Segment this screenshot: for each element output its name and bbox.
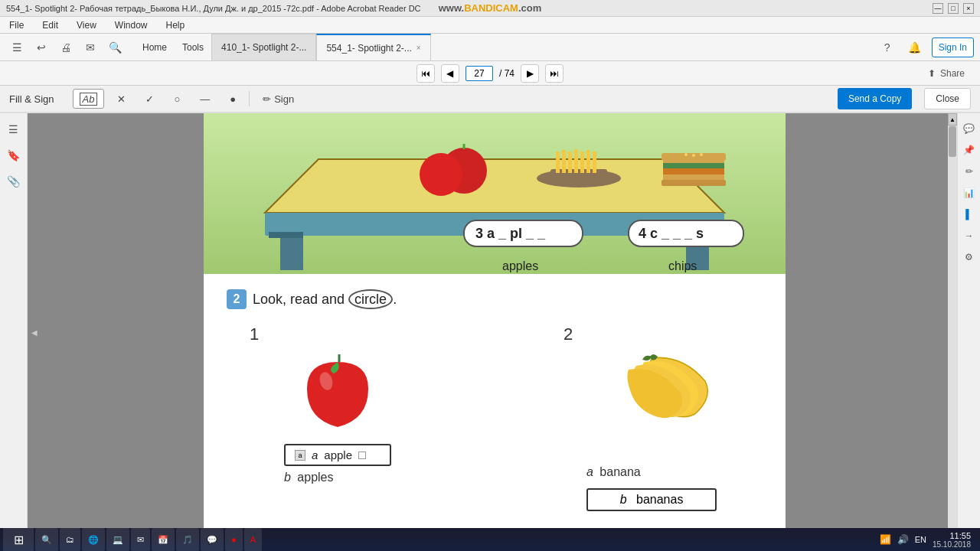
section-header: 2 Look, read and circle. — [227, 289, 763, 309]
r-icon-highlight[interactable]: ▌ — [960, 205, 978, 223]
taskbar-calendar[interactable]: 📅 — [152, 528, 175, 551]
prev-page-button[interactable]: ◀ — [441, 64, 459, 83]
taskbar-browser[interactable]: 🌐 — [82, 528, 105, 551]
taskbar-right: 📶 🔊 EN 11:55 15.10.2018 — [880, 531, 977, 549]
svg-rect-21 — [663, 168, 724, 174]
sidebar-attachments-icon[interactable]: 📎 — [4, 171, 24, 191]
nav-tools[interactable]: Tools — [175, 42, 211, 53]
taskbar-acrobat[interactable]: A — [244, 528, 262, 551]
checkbox-b-icon — [358, 452, 366, 459]
svg-rect-18 — [593, 152, 596, 173]
content-with-scrollbar: ◀ — [28, 113, 957, 551]
search-icon[interactable]: 🔍 — [104, 37, 126, 58]
exercise-items: 1 — [227, 324, 763, 511]
item-1-option-b[interactable]: b apples — [284, 471, 334, 484]
sign-in-button[interactable]: Sign In — [932, 37, 974, 57]
tab-spotlight-554[interactable]: 554_1- Spotlight 2-... × — [316, 34, 430, 60]
notification-icon[interactable]: 🔔 — [904, 37, 926, 58]
email-icon[interactable]: ✉ — [80, 37, 101, 58]
app-title: 554_1- Spotlight 2- Рабочая тетрадь_Быко… — [6, 4, 421, 13]
item-2-number: 2 — [564, 324, 573, 344]
r-icon-arrow[interactable]: → — [960, 227, 978, 245]
minimize-button[interactable]: — — [933, 3, 943, 14]
circle-word: circle — [348, 289, 393, 309]
menu-file[interactable]: File — [6, 18, 27, 32]
send-copy-button[interactable]: Send a Copy — [838, 88, 912, 109]
r-icon-comment[interactable]: 💬 — [960, 119, 978, 138]
menu-window[interactable]: Window — [112, 18, 151, 32]
start-button[interactable]: ⊞ — [3, 528, 34, 551]
sidebar-pages-icon[interactable]: ☰ — [4, 119, 24, 139]
scroll-up-button[interactable]: ▲ — [948, 113, 957, 126]
taskbar-pc[interactable]: 💻 — [106, 528, 129, 551]
taskbar-time-display: 11:55 — [949, 531, 971, 540]
r-icon-chart[interactable]: 📊 — [960, 184, 978, 202]
fill-sign-label: Fill & Sign — [9, 93, 54, 105]
r-icon-edit[interactable]: ✏ — [960, 162, 978, 181]
pdf-page: 3 a _ pl _ _ 4 c _ _ _ s apples chips — [204, 113, 786, 551]
tool-circle-button[interactable]: ○ — [167, 89, 187, 109]
tab-spotlight-410[interactable]: 410_1- Spotlight 2-... — [211, 34, 316, 60]
next-page-button[interactable]: ▶ — [521, 64, 539, 83]
svg-rect-12 — [556, 152, 560, 173]
section-instruction: Look, read and circle. — [253, 292, 397, 308]
taskbar-red[interactable]: ● — [225, 528, 243, 551]
close-button[interactable]: × — [963, 3, 974, 14]
svg-point-8 — [420, 153, 462, 196]
vertical-scrollbar[interactable]: ▲ ▼ — [948, 113, 957, 551]
r-icon-settings[interactable]: ⚙ — [960, 248, 978, 266]
main-content-area: ☰ 🔖 📎 ◀ — [0, 113, 980, 551]
table-svg: 3 a _ pl _ _ 4 c _ _ _ s apples chips — [204, 113, 786, 274]
section-number-badge: 2 — [227, 289, 247, 309]
svg-rect-17 — [586, 150, 590, 173]
tool-line-icon: — — [200, 93, 210, 105]
pages-icon[interactable]: ☰ — [6, 37, 28, 58]
menu-help[interactable]: Help — [163, 18, 188, 32]
taskbar-mail[interactable]: ✉ — [131, 528, 150, 551]
sidebar-bookmarks-icon[interactable]: 🔖 — [4, 145, 24, 165]
checkbox-a-icon: a — [295, 450, 305, 461]
item-1: 1 — [227, 324, 449, 511]
scroll-left-area: ◀ — [28, 113, 41, 551]
maximize-button[interactable]: □ — [948, 3, 959, 14]
help-icon[interactable]: ? — [877, 37, 898, 58]
scrollbar-thumb[interactable] — [949, 126, 956, 157]
taskbar-datetime: 11:55 15.10.2018 — [933, 531, 971, 549]
taskbar-search[interactable]: 🔍 — [35, 528, 58, 551]
scrollbar-track[interactable] — [948, 126, 957, 551]
tool-text-button[interactable]: Ab — [73, 89, 105, 109]
pen-icon: ✏ — [263, 93, 271, 105]
item-1-option-a[interactable]: a a apple — [284, 444, 391, 466]
top-section: 3 a _ pl _ _ 4 c _ _ _ s apples chips — [204, 113, 786, 274]
share-label[interactable]: Share — [940, 68, 965, 79]
title-bar: 554_1- Spotlight 2- Рабочая тетрадь_Быко… — [0, 0, 980, 17]
close-fill-sign-button[interactable]: Close — [924, 88, 971, 109]
taskbar-files[interactable]: 🗂 — [60, 528, 80, 551]
tool-dot-button[interactable]: ● — [223, 89, 243, 109]
item-2-option-a[interactable]: a banana — [586, 465, 641, 479]
pdf-viewport: 3 a _ pl _ _ 4 c _ _ _ s apples chips — [41, 113, 948, 551]
tool-check-icon: ✓ — [145, 93, 154, 105]
nav-home[interactable]: Home — [135, 42, 175, 53]
tool-check-button[interactable]: ✓ — [139, 89, 161, 109]
sign-button[interactable]: ✏ Sign — [256, 89, 301, 109]
content-wrapper: ◀ — [28, 113, 957, 551]
item-2-option-b[interactable]: b bananas — [586, 488, 717, 511]
r-icon-pin[interactable]: 📌 — [960, 141, 978, 159]
back-icon[interactable]: ↩ — [31, 37, 52, 58]
first-page-button[interactable]: ⏮ — [416, 64, 435, 83]
page-number-input[interactable] — [466, 66, 493, 81]
taskbar-media[interactable]: 🎵 — [176, 528, 199, 551]
menu-view[interactable]: View — [74, 18, 100, 32]
scroll-left-button[interactable]: ◀ — [31, 328, 38, 337]
svg-rect-23 — [662, 180, 726, 186]
svg-text:4  c _ _ _ s: 4 c _ _ _ s — [639, 226, 704, 241]
menu-edit[interactable]: Edit — [39, 18, 61, 32]
tab-close-icon[interactable]: × — [416, 44, 421, 52]
svg-text:apples: apples — [502, 259, 538, 272]
print-icon[interactable]: 🖨 — [55, 37, 77, 58]
tool-cross-button[interactable]: ✕ — [110, 89, 132, 109]
taskbar-chat[interactable]: 💬 — [201, 528, 224, 551]
last-page-button[interactable]: ⏭ — [545, 64, 564, 83]
tool-line-button[interactable]: — — [193, 89, 217, 109]
